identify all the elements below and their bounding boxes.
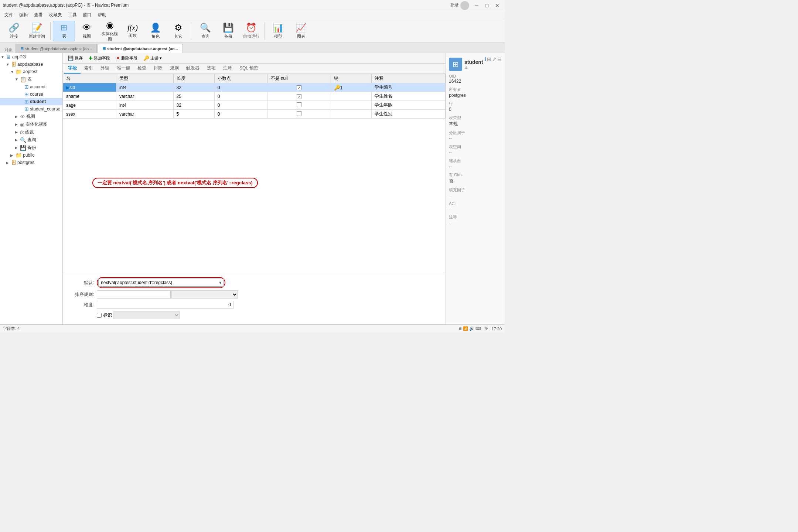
form-row-default: 默认: ▼ bbox=[67, 277, 441, 288]
cell-type: varchar bbox=[116, 110, 173, 119]
toolbar-view[interactable]: 👁 视图 bbox=[76, 21, 98, 41]
split-icon-btn[interactable]: ⊟ bbox=[497, 56, 502, 62]
form-row-dimension: 维度: bbox=[67, 301, 441, 309]
sub-tab-exclude[interactable]: 排除 bbox=[150, 64, 166, 74]
sidebar-item-matviews[interactable]: ▶ ◉ 实体化视图 bbox=[0, 120, 62, 128]
prop-value: -- bbox=[449, 220, 502, 225]
sort-label: 排序规则: bbox=[67, 291, 97, 298]
expand-icon-queries: ▶ bbox=[15, 138, 20, 142]
prop-label: 行 bbox=[449, 101, 502, 106]
expand-icon-postgres: ▶ bbox=[6, 161, 11, 165]
sidebar-item-tables[interactable]: ▼ 📋 表 bbox=[0, 75, 62, 83]
default-label: 默认: bbox=[67, 280, 97, 286]
toolbar-other[interactable]: ⚙ 其它 bbox=[167, 21, 190, 41]
sub-tab-index[interactable]: 索引 bbox=[81, 64, 97, 74]
table-area: 名 类型 长度 小数点 不是 null 键 注释 ▶sid int4 32 0 bbox=[63, 74, 446, 274]
prop-value: 常规 bbox=[449, 121, 502, 127]
add-field-button[interactable]: ✚ 添加字段 bbox=[86, 54, 113, 62]
sidebar-item-public[interactable]: ▶ 📁 public bbox=[0, 151, 62, 159]
sub-tab-check[interactable]: 检查 bbox=[134, 64, 150, 74]
marker-dropdown[interactable] bbox=[113, 311, 180, 319]
sub-tab-foreign-key[interactable]: 外键 bbox=[97, 64, 113, 74]
sub-tab-options[interactable]: 选项 bbox=[203, 64, 219, 74]
tab-1[interactable]: ⊞ student @aopdatabase.aoptest (ao... bbox=[16, 44, 97, 53]
toolbar-autorun[interactable]: ⏰ 自动运行 bbox=[240, 21, 262, 41]
close-button[interactable]: ✕ bbox=[493, 2, 502, 9]
toolbar-model[interactable]: 📊 模型 bbox=[267, 21, 289, 41]
save-button[interactable]: 💾 保存 bbox=[65, 54, 85, 62]
sidebar-item-course[interactable]: ⊞ course bbox=[0, 91, 62, 98]
role-icon: 👤 bbox=[150, 23, 161, 33]
sort-dropdown[interactable] bbox=[171, 290, 238, 299]
toolbar-table[interactable]: ⊞ 表 bbox=[53, 21, 75, 41]
tab-2[interactable]: ⊞ student @aopdatabase.aoptest (ao... bbox=[98, 44, 183, 53]
toolbar-role[interactable]: 👤 角色 bbox=[144, 21, 167, 41]
default-input[interactable] bbox=[98, 279, 224, 287]
title-bar-text: student @aopdatabase.aoptest (aopPG) - 表… bbox=[3, 2, 129, 8]
expand-icon-student-course bbox=[19, 107, 24, 111]
course-label: course bbox=[30, 92, 43, 97]
expand-icon-aopdatabase: ▼ bbox=[6, 62, 11, 66]
toolbar-backup[interactable]: 💾 备份 bbox=[217, 21, 239, 41]
cell-type: int4 bbox=[116, 101, 173, 110]
info-icon-btn[interactable]: ℹ bbox=[484, 56, 486, 62]
toolbar-query[interactable]: 🔍 查询 bbox=[194, 21, 216, 41]
menu-view[interactable]: 查看 bbox=[31, 11, 46, 19]
notnull-check[interactable] bbox=[297, 102, 301, 107]
function-label: 函数 bbox=[129, 33, 137, 38]
menu-favorites[interactable]: 收藏夹 bbox=[46, 11, 65, 19]
sidebar-item-aoptest[interactable]: ▼ 📁 aoptest bbox=[0, 68, 62, 75]
sub-tab-triggers[interactable]: 触发器 bbox=[183, 64, 203, 74]
delete-field-button[interactable]: ✕ 删除字段 bbox=[113, 54, 140, 62]
sidebar-item-queries[interactable]: ▶ 🔍 查询 bbox=[0, 136, 62, 144]
cell-decimal: 0 bbox=[214, 83, 267, 92]
cell-decimal: 0 bbox=[214, 101, 267, 110]
connect-icon: 🔗 bbox=[8, 23, 20, 33]
grid-icon-btn[interactable]: ⊞ bbox=[487, 56, 491, 62]
toolbar-connect[interactable]: 🔗 连接 bbox=[3, 21, 25, 41]
sidebar-item-backups[interactable]: ▶ 💾 备份 bbox=[0, 144, 62, 151]
prop-value: 0 bbox=[449, 107, 502, 112]
sort-input[interactable] bbox=[97, 290, 171, 299]
marker-checkbox[interactable] bbox=[97, 313, 102, 318]
prop-group: 行 0 bbox=[449, 101, 502, 112]
minimize-button[interactable]: ─ bbox=[472, 2, 481, 9]
menu-window[interactable]: 窗口 bbox=[80, 11, 95, 19]
menu-tools[interactable]: 工具 bbox=[65, 11, 80, 19]
sub-tab-sql[interactable]: SQL 预览 bbox=[236, 64, 262, 74]
notnull-check[interactable] bbox=[297, 94, 301, 99]
sidebar-item-functions[interactable]: ▶ fx 函数 bbox=[0, 128, 62, 136]
prop-value: -- bbox=[449, 193, 502, 198]
cell-type: varchar bbox=[116, 92, 173, 101]
sub-tab-fields[interactable]: 字段 bbox=[64, 64, 81, 74]
toolbar-new-query[interactable]: 📝 新建查询 bbox=[26, 21, 48, 41]
login-area[interactable]: 登录 bbox=[450, 1, 469, 10]
sidebar-item-aopdatabase[interactable]: ▼ 🗄 aopdatabase bbox=[0, 61, 62, 68]
sidebar-item-postgres[interactable]: ▶ 🗄 postgres bbox=[0, 159, 62, 166]
menu-edit[interactable]: 编辑 bbox=[16, 11, 31, 19]
toolbar-function[interactable]: f(x) 函数 bbox=[122, 21, 144, 41]
sidebar-item-student-course[interactable]: ⊞ student_course bbox=[0, 105, 62, 113]
toolbar-chart[interactable]: 📈 图表 bbox=[290, 21, 312, 41]
maximize-button[interactable]: □ bbox=[482, 2, 491, 9]
sidebar-item-aopPG[interactable]: ▼ 🖥 aopPG bbox=[0, 53, 62, 61]
sub-tab-unique[interactable]: 唯一键 bbox=[113, 64, 134, 74]
cell-length: 32 bbox=[173, 101, 214, 110]
sub-tab-comment[interactable]: 注释 bbox=[219, 64, 236, 74]
dimension-input[interactable] bbox=[97, 301, 233, 309]
sidebar-item-views[interactable]: ▶ 👁 视图 bbox=[0, 113, 62, 120]
aopPG-label: aopPG bbox=[12, 54, 26, 59]
notnull-check[interactable] bbox=[297, 85, 301, 90]
prop-label: ACL bbox=[449, 201, 502, 206]
sidebar: ▼ 🖥 aopPG ▼ 🗄 aopdatabase ▼ 📁 aoptest ▼ … bbox=[0, 53, 63, 324]
sidebar-item-student[interactable]: ⊞ student bbox=[0, 98, 62, 105]
toolbar-matview[interactable]: ◉ 实体化视图 bbox=[99, 21, 121, 41]
toolbar-separator-1 bbox=[50, 22, 51, 40]
menu-help[interactable]: 帮助 bbox=[95, 11, 109, 19]
menu-file[interactable]: 文件 bbox=[1, 11, 16, 19]
expand-icon-btn[interactable]: ⤢ bbox=[492, 56, 497, 62]
primary-key-button[interactable]: 🔑 主键 ▾ bbox=[141, 54, 164, 62]
notnull-check[interactable] bbox=[297, 111, 301, 116]
sub-tab-rules[interactable]: 规则 bbox=[166, 64, 183, 74]
sidebar-item-account[interactable]: ⊞ account bbox=[0, 83, 62, 91]
